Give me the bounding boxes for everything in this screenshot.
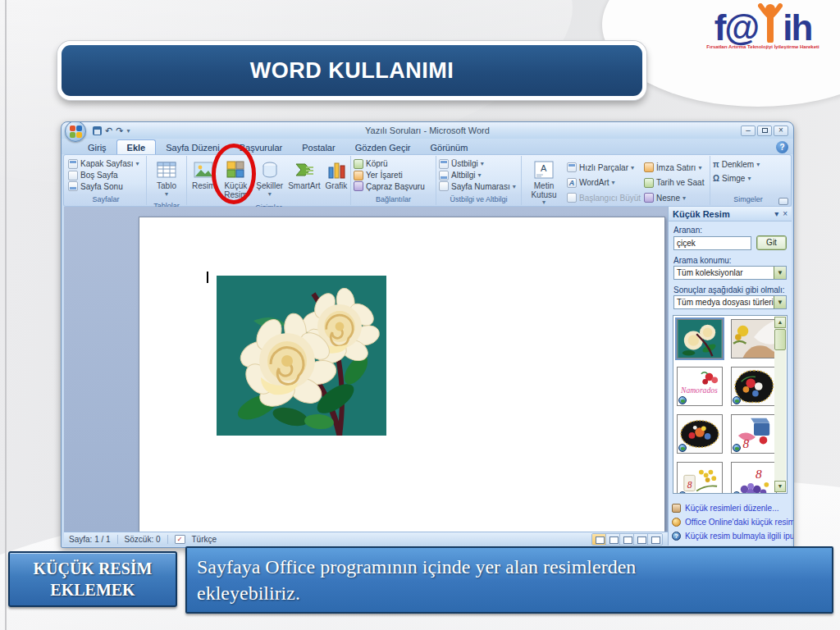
white-roses-clip-thumbnail[interactable] [677,319,723,358]
slide: f@ ih Fırsatları Artırma Teknolojiyi İyi… [0,0,840,630]
tarih-ve-saat-button[interactable]: Tarih ve Saat [644,178,707,188]
svg-text:8: 8 [743,436,750,450]
black-tray-flowers-2-thumbnail[interactable] [677,414,723,454]
chevron-down-icon[interactable]: ▼ [774,296,786,308]
ribbon-tab-row: Giriş Ekle Sayfa Düzeni Başvurular Posta… [62,139,793,154]
spellcheck-icon[interactable]: ✓ [175,535,185,544]
results-scrollbar[interactable]: ▲ ▼ [774,317,786,492]
chevron-down-icon: ▾ [513,183,516,190]
sayfa-sonu-button[interactable]: Sayfa Sonu [68,181,144,191]
organize-clips-icon [672,504,681,513]
yer-isareti-button[interactable]: Yer İşareti [354,171,433,180]
chevron-down-icon[interactable]: ▼ [774,267,786,279]
shapes-icon [259,159,281,180]
metin-kutusu-button[interactable]: A Metin Kutusu ▾ [524,158,564,208]
chevron-down-icon: ▾ [135,160,139,167]
sekiller-button[interactable]: Şekiller ▾ [253,158,285,201]
wordart-icon: A [567,178,577,188]
clip-tips-link[interactable]: ? Küçük resim bulmayla ilgili ipuçları [672,532,790,541]
office-button[interactable] [65,121,86,142]
search-label: Aranan: [673,226,702,235]
draft-view-button[interactable] [648,534,662,545]
scope-select[interactable]: Tüm koleksiyonlar ▼ [673,266,787,280]
sayfa-numarasi-button[interactable]: Sayfa Numarası ▾ [439,181,518,191]
document-page[interactable] [139,217,665,532]
fullscreen-view-button[interactable] [606,534,620,545]
nesne-button[interactable]: Nesne ▾ [644,193,707,203]
kapak-sayfasi-button[interactable]: Kapak Sayfası ▾ [68,159,144,169]
capraz-basvuru-button[interactable]: Çapraz Başvuru [354,181,433,191]
scroll-up-icon[interactable]: ▲ [774,317,786,328]
tablo-button[interactable]: Tablo ▾ [153,158,180,199]
chevron-down-icon: ▾ [698,164,701,171]
imza-satiri-button[interactable]: İmza Satırı ▾ [644,162,707,172]
black-tray-flowers-thumbnail[interactable] [731,367,777,406]
status-language[interactable]: Türkçe [192,535,217,544]
status-page-count[interactable]: Sayfa: 1 / 1 [69,535,111,544]
close-button[interactable]: × [774,126,788,136]
tab-ekle[interactable]: Ekle [116,139,157,154]
web-layout-view-button[interactable] [620,534,634,545]
online-clip-globe-icon [678,396,687,404]
grafik-button[interactable]: Grafik [323,158,350,201]
tab-gorunum[interactable]: Görünüm [421,140,478,154]
tab-gozden-gecir[interactable]: Gözden Geçir [345,140,421,154]
result-type-select[interactable]: Tüm medya dosyası türleri ▼ [673,295,787,309]
page-break-icon [68,181,78,191]
tab-postalar[interactable]: Postalar [292,140,345,154]
pane-menu-icon[interactable]: ▾ [774,209,778,218]
smartart-button[interactable]: SmartArt [285,158,322,201]
ustbilgi-button[interactable]: Üstbilgi ▾ [439,159,518,169]
ribbon-group-sayfalar: Kapak Sayfası ▾ Boş Sayfa Sayfa Sonu Say… [66,156,147,205]
smartart-icon [294,159,315,180]
wordart-button[interactable]: A WordArt ▾ [567,178,641,188]
pane-close-icon[interactable]: × [783,209,788,218]
print-layout-view-button[interactable] [592,534,606,545]
ribbon-group-simgeler: π Denklem ▾ Ω Simge ▾ Simgeler [710,156,786,205]
baslangici-buyut-button[interactable]: Başlangıcı Büyüt [567,193,641,203]
minimize-button[interactable]: – [741,126,756,136]
svg-text:8: 8 [756,467,762,481]
drop-cap-icon [567,193,577,203]
march-8-gift-thumbnail[interactable]: 8 [731,414,777,454]
logo-text-suffix: ih [783,12,811,43]
svg-text:A: A [541,163,547,173]
cover-page-icon [68,159,78,169]
help-icon[interactable]: ? [776,141,788,153]
date-time-icon [644,178,654,188]
footer-icon [439,171,449,180]
simge-button[interactable]: Ω Simge ▾ [713,174,783,183]
mimosa-march-8-thumbnail[interactable]: 8 [677,462,723,494]
outline-view-button[interactable] [634,534,648,545]
chevron-down-icon: ▾ [481,160,484,167]
scroll-down-icon[interactable]: ▼ [774,481,786,492]
slide-title-banner: WORD KULLANIMI [57,41,646,100]
window-title: Yazılı Soruları - Microsoft Word [62,126,793,135]
search-input[interactable]: çiçek [673,236,751,250]
kopru-button[interactable]: Köprü [354,159,433,169]
footer-caption-text: Sayfaya Office programının içinde yer al… [187,554,728,607]
organize-clips-link[interactable]: Küçük resimleri düzenle... [672,504,790,513]
signature-line-icon [644,162,654,172]
hand-flower-photo-thumbnail[interactable] [731,319,777,358]
inserted-roses-image[interactable] [217,276,386,436]
status-divider [117,535,118,544]
denklem-button[interactable]: π Denklem ▾ [713,160,783,169]
chevron-down-icon: ▾ [542,199,546,206]
maximize-button[interactable] [757,126,772,136]
tab-giris[interactable]: Giriş [78,140,116,154]
namorados-clip-thumbnail[interactable]: Namorados [677,367,723,406]
scrollbar-thumb[interactable] [774,329,786,350]
chevron-down-icon: ▾ [756,161,760,168]
status-word-count[interactable]: Sözcük: 0 [125,535,161,544]
office-online-clips-link[interactable]: Office Online'daki küçük resimler [672,518,790,527]
text-box-icon: A [533,159,555,180]
pane-options-icon[interactable] [778,198,788,205]
violet-march-8-thumbnail[interactable]: 8 [731,462,777,494]
highlight-ellipse [212,144,256,204]
bos-sayfa-button[interactable]: Boş Sayfa [68,171,144,180]
go-button[interactable]: Git [756,235,787,250]
hizli-parcalar-button[interactable]: Hızlı Parçalar ▾ [567,162,641,172]
altbilgi-button[interactable]: Altbilgi ▾ [439,171,518,180]
cross-reference-icon [354,181,363,191]
